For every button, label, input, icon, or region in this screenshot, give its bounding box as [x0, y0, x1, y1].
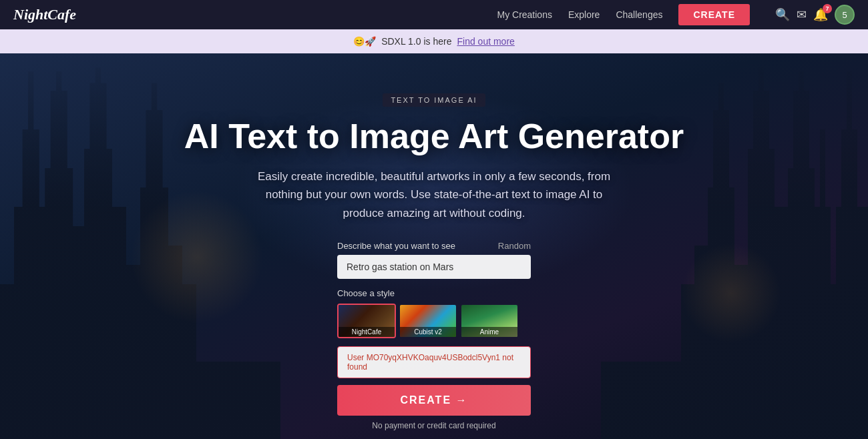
prompt-label-row: Describe what you want to see Random — [337, 241, 531, 251]
nav-explore[interactable]: Explore — [568, 9, 600, 20]
search-icon[interactable]: 🔍 — [775, 7, 790, 22]
no-payment-text: No payment or credit card required — [337, 421, 531, 430]
mail-icon[interactable]: ✉ — [797, 7, 807, 22]
nav-my-creations[interactable]: My Creations — [497, 9, 552, 20]
style-anime-label: Anime — [461, 327, 517, 337]
navbar: NightCafe My Creations Explore Challenge… — [0, 0, 868, 29]
hero-content: TEXT TO IMAGE AI AI Text to Image Art Ge… — [0, 53, 868, 439]
style-nightcafe-label: NightCafe — [339, 327, 395, 337]
prompt-form: Describe what you want to see Random Cho… — [337, 241, 531, 430]
create-button[interactable]: CREATE → — [337, 385, 531, 416]
hero-subtitle: Easily create incredible, beautiful artw… — [254, 167, 614, 222]
style-nightcafe[interactable]: NightCafe — [337, 304, 396, 338]
avatar-badge: 5 — [842, 10, 847, 20]
prompt-label: Describe what you want to see — [337, 241, 455, 251]
announcement-text: SDXL 1.0 is here — [381, 36, 451, 47]
style-cubist[interactable]: Cubist v2 — [399, 304, 457, 338]
style-cubist-label: Cubist v2 — [400, 327, 456, 337]
site-logo[interactable]: NightCafe — [13, 6, 497, 23]
notification-badge: 7 — [823, 4, 832, 13]
style-label: Choose a style — [337, 288, 531, 298]
random-link[interactable]: Random — [498, 241, 531, 251]
nav-links: My Creations Explore Challenges CREATE 🔍… — [497, 4, 855, 25]
notification-icon[interactable]: 🔔 7 — [813, 7, 828, 22]
nav-challenges[interactable]: Challenges — [616, 9, 662, 20]
navbar-create-button[interactable]: CREATE — [678, 4, 750, 25]
error-box: User MO70yqXHVKOaquv4USBodcl5Vyn1 not fo… — [337, 346, 531, 378]
navbar-icons: 🔍 ✉ 🔔 7 5 — [775, 5, 855, 25]
announcement-link[interactable]: Find out more — [457, 36, 514, 47]
announcement-emoji: 😊🚀 — [353, 36, 376, 47]
announcement-bar: 😊🚀 SDXL 1.0 is here Find out more — [0, 29, 868, 53]
hero-badge: TEXT TO IMAGE AI — [383, 93, 485, 107]
avatar[interactable]: 5 — [835, 5, 855, 25]
style-options: NightCafe Cubist v2 Anime — [337, 304, 531, 338]
style-anime[interactable]: Anime — [460, 304, 519, 338]
hero-title: AI Text to Image Art Generator — [184, 117, 684, 155]
prompt-input[interactable] — [337, 255, 531, 279]
